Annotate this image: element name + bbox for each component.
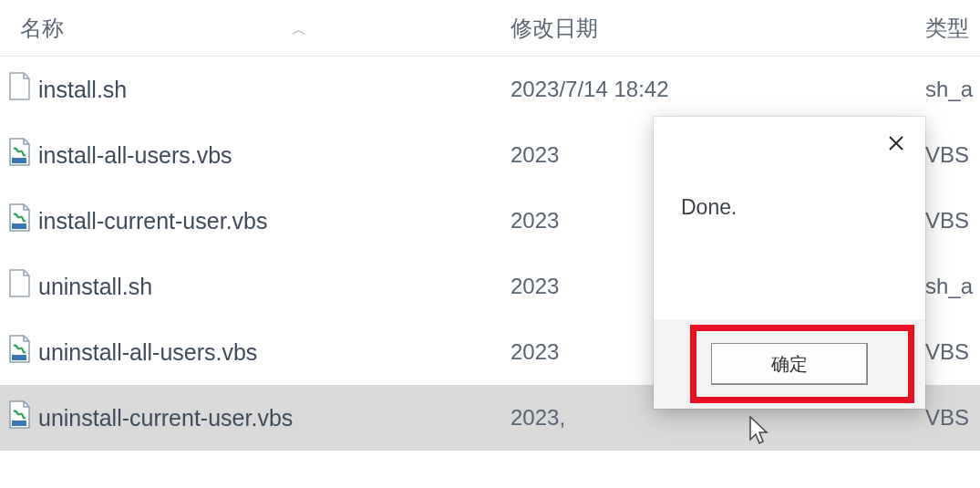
file-type: VBS bbox=[925, 405, 980, 431]
dialog-footer: 确定 bbox=[654, 319, 925, 409]
file-icon-cell bbox=[0, 335, 38, 369]
message-dialog: Done. 确定 bbox=[654, 117, 925, 409]
vbs-file-icon bbox=[7, 335, 31, 369]
file-name: uninstall-all-users.vbs bbox=[38, 339, 511, 366]
column-header-type-label: 类型 bbox=[925, 16, 969, 40]
ok-button-label: 确定 bbox=[771, 354, 808, 374]
file-icon-cell bbox=[0, 400, 38, 435]
vbs-file-icon bbox=[7, 138, 31, 172]
file-name: install.sh bbox=[38, 77, 511, 103]
file-type: VBS bbox=[925, 142, 980, 168]
file-icon-cell bbox=[0, 138, 38, 172]
svg-rect-1 bbox=[12, 223, 26, 229]
file-icon-cell bbox=[0, 203, 38, 238]
column-header-name-label: 名称 bbox=[20, 16, 64, 40]
dialog-body: Done. bbox=[654, 170, 925, 319]
vbs-file-icon bbox=[7, 400, 31, 435]
file-name: install-current-user.vbs bbox=[38, 208, 511, 234]
ok-button[interactable]: 确定 bbox=[711, 343, 868, 385]
svg-rect-0 bbox=[12, 158, 26, 163]
file-type: sh_a bbox=[925, 274, 980, 299]
file-date: 2023/7/14 18:42 bbox=[511, 77, 925, 102]
file-date: 2023, bbox=[511, 405, 925, 431]
file-name: uninstall.sh bbox=[38, 274, 511, 300]
file-type: VBS bbox=[925, 208, 980, 234]
close-button[interactable] bbox=[880, 127, 913, 160]
generic-file-icon bbox=[7, 72, 31, 107]
file-icon-cell bbox=[0, 72, 38, 107]
column-header-type[interactable]: 类型 bbox=[925, 14, 980, 43]
dialog-message: Done. bbox=[681, 195, 737, 219]
dialog-titlebar bbox=[654, 117, 925, 170]
generic-file-icon bbox=[7, 269, 31, 304]
column-header-date-label: 修改日期 bbox=[511, 16, 598, 40]
svg-rect-2 bbox=[12, 355, 26, 360]
file-name: uninstall-current-user.vbs bbox=[38, 405, 511, 431]
file-icon-cell bbox=[0, 269, 38, 304]
file-type: sh_a bbox=[925, 77, 980, 102]
vbs-file-icon bbox=[7, 203, 31, 238]
sort-ascending-icon: ︿ bbox=[292, 21, 306, 40]
column-header-date[interactable]: 修改日期 bbox=[511, 14, 925, 43]
file-row[interactable]: install.sh2023/7/14 18:42sh_a bbox=[0, 57, 980, 122]
column-header-row: 名称 ︿ 修改日期 类型 bbox=[0, 0, 980, 57]
column-header-name[interactable]: 名称 ︿ bbox=[0, 14, 511, 43]
file-name: install-all-users.vbs bbox=[38, 142, 511, 169]
svg-rect-3 bbox=[12, 421, 26, 426]
close-icon bbox=[888, 135, 904, 151]
file-type: VBS bbox=[925, 339, 980, 365]
